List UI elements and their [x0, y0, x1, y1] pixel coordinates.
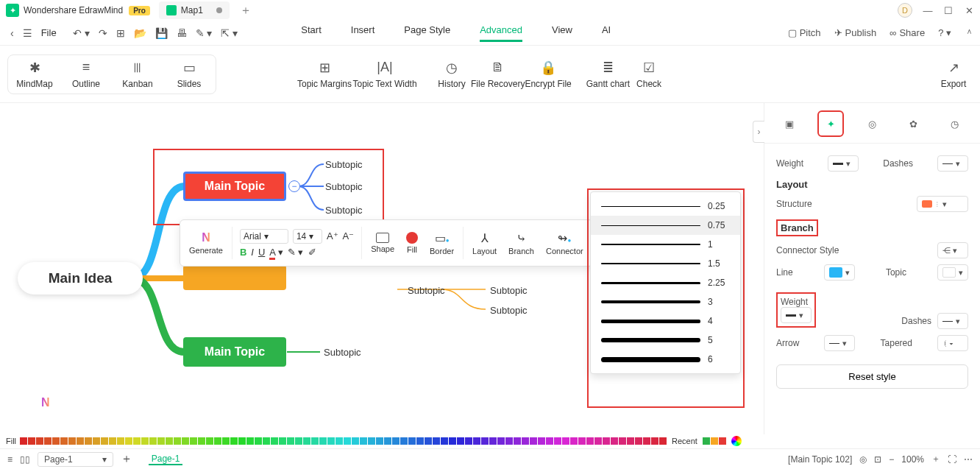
color-swatch[interactable]	[246, 437, 254, 445]
color-swatch[interactable]	[279, 437, 286, 445]
color-swatch[interactable]	[473, 437, 480, 445]
subtopic-1[interactable]: Subtopic	[325, 159, 363, 170]
highlight-button[interactable]: ✎ ▾	[288, 247, 304, 258]
panel-tab-style-icon[interactable]: ✦	[817, 110, 844, 137]
tab-advanced[interactable]: Advanced	[480, 24, 522, 42]
weight-option-5[interactable]: 3	[591, 292, 740, 311]
color-swatch[interactable]	[352, 437, 359, 445]
topic-red[interactable]: Main Topic	[183, 172, 286, 201]
color-swatch[interactable]	[489, 437, 497, 445]
branch-button[interactable]: ⤷Branch	[504, 231, 539, 255]
tool-file-recovery[interactable]: 🗎File Recovery	[471, 60, 525, 89]
color-swatch[interactable]	[133, 437, 141, 445]
share-button[interactable]: ∞ Share	[890, 27, 925, 38]
color-swatch[interactable]	[505, 437, 513, 445]
publish-button[interactable]: ✈ Publish	[834, 27, 877, 38]
color-swatch[interactable]	[109, 437, 116, 445]
back-button[interactable]: ‹	[6, 27, 18, 39]
color-swatch[interactable]	[603, 437, 610, 445]
color-swatch[interactable]	[530, 437, 537, 445]
fit-icon[interactable]: ⊡	[874, 454, 881, 465]
weight-select-top[interactable]: ▾	[828, 155, 859, 172]
collapse-ribbon-button[interactable]: ＾	[965, 27, 974, 40]
recent-swatch-2[interactable]	[711, 437, 718, 445]
font-decrease-button[interactable]: A⁻	[343, 230, 355, 241]
color-swatch[interactable]	[311, 437, 319, 445]
print-button[interactable]: 🖶	[172, 27, 191, 39]
save-button[interactable]: 💾	[151, 27, 172, 39]
pitch-button[interactable]: ▢ Pitch	[788, 27, 821, 38]
subtopic-o2[interactable]: Subtopic	[490, 285, 528, 296]
color-swatch[interactable]	[117, 437, 124, 445]
reset-style-button[interactable]: Reset style	[776, 364, 968, 389]
color-swatch[interactable]	[522, 437, 529, 445]
color-swatch[interactable]	[514, 437, 521, 445]
color-swatch[interactable]	[44, 437, 52, 445]
tool-check[interactable]: ☑Check	[630, 60, 668, 89]
list-toggle-icon[interactable]: ▯▯	[20, 454, 30, 465]
color-swatch[interactable]	[230, 437, 238, 445]
page-tab[interactable]: Page-1	[149, 454, 183, 465]
color-swatch[interactable]	[392, 437, 400, 445]
collapse-icon[interactable]: −	[288, 180, 300, 192]
color-swatch[interactable]	[295, 437, 302, 445]
tool-export[interactable]: ↗Export	[934, 60, 973, 89]
color-swatch[interactable]	[433, 437, 440, 445]
view-slides[interactable]: ▭Slides	[170, 60, 208, 89]
structure-select[interactable]: ⫶ ▾	[917, 196, 968, 212]
color-swatch[interactable]	[60, 437, 68, 445]
font-family-select[interactable]: Arial▾	[240, 229, 288, 244]
add-tab-button[interactable]: ＋	[240, 3, 252, 18]
subtopic-o3[interactable]: Subtopic	[490, 305, 528, 316]
color-swatch[interactable]	[271, 437, 278, 445]
color-swatch[interactable]	[659, 437, 667, 445]
font-size-select[interactable]: 14▾	[293, 229, 322, 244]
color-swatch[interactable]	[457, 437, 464, 445]
color-swatch[interactable]	[586, 437, 594, 445]
target-icon[interactable]: ◎	[859, 454, 867, 465]
help-button[interactable]: ? ▾	[938, 27, 951, 38]
main-idea-node[interactable]: Main Idea	[18, 262, 143, 295]
recent-swatch-3[interactable]	[719, 437, 726, 445]
open-button[interactable]: 📂	[129, 27, 151, 39]
color-swatch[interactable]	[651, 437, 658, 445]
weight-option-8[interactable]: 6	[591, 350, 740, 369]
tab-view[interactable]: View	[552, 24, 572, 42]
underline-button[interactable]: U	[258, 247, 265, 258]
weight-option-2[interactable]: 1	[591, 235, 740, 254]
subtopic-g1[interactable]: Subtopic	[324, 347, 361, 358]
tool-gantt[interactable]: ≣Gantt chart	[586, 60, 630, 89]
color-swatch[interactable]	[408, 437, 416, 445]
weight-option-3[interactable]: 1.5	[591, 254, 740, 273]
page-select[interactable]: Page-1▾	[38, 452, 113, 467]
color-swatch[interactable]	[570, 437, 578, 445]
undo-button[interactable]: ↶ ▾	[68, 27, 94, 39]
font-increase-button[interactable]: A⁺	[327, 230, 338, 241]
color-swatch[interactable]	[376, 437, 383, 445]
color-swatch[interactable]	[52, 437, 60, 445]
color-swatch[interactable]	[77, 437, 84, 445]
topic-color-select[interactable]: ▾	[937, 264, 968, 281]
menu-icon[interactable]: ☰	[18, 27, 37, 39]
zoom-in-button[interactable]: ＋	[931, 453, 940, 465]
color-swatch[interactable]	[441, 437, 448, 445]
color-swatch[interactable]	[627, 437, 634, 445]
view-kanban[interactable]: ⫼Kanban	[118, 60, 157, 89]
redo-button[interactable]: ↷	[94, 27, 112, 39]
color-swatch[interactable]	[214, 437, 221, 445]
panel-tab-page-icon[interactable]: ▣	[776, 110, 803, 137]
fullscreen-icon[interactable]: ⛶	[948, 454, 956, 465]
more-icon[interactable]: ⋯	[964, 454, 973, 465]
subtopic-2[interactable]: Subtopic	[325, 181, 363, 192]
color-swatch[interactable]	[594, 437, 602, 445]
color-wheel-button[interactable]	[731, 436, 742, 446]
topic-green[interactable]: Main Topic	[183, 337, 286, 367]
connector-button[interactable]: ↬●Connector	[542, 231, 588, 255]
color-swatch[interactable]	[20, 437, 27, 445]
minimize-button[interactable]: —	[923, 5, 933, 15]
color-swatch[interactable]	[68, 437, 76, 445]
color-swatch[interactable]	[141, 437, 149, 445]
color-swatch[interactable]	[206, 437, 213, 445]
color-swatch[interactable]	[303, 437, 310, 445]
bold-button[interactable]: B	[240, 247, 246, 258]
